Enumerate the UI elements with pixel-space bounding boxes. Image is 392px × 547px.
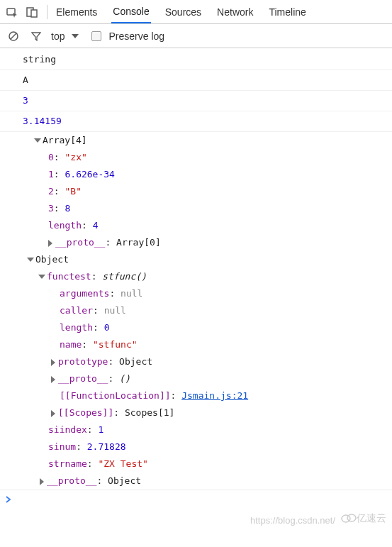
context-selector[interactable]: top [51, 31, 79, 42]
array-proto[interactable]: __proto__: Array[0] [0, 234, 392, 251]
object-prop[interactable]: siindex: 1 [0, 421, 392, 438]
array-item[interactable]: 2: "B" [0, 183, 392, 200]
log-line[interactable]: string [0, 50, 392, 70]
chevron-right-icon [6, 496, 11, 503]
array-item[interactable]: 0: "zx" [0, 149, 392, 166]
inspect-icon[interactable] [4, 4, 20, 20]
preserve-log-label: Preserve log [108, 31, 164, 42]
object-prop[interactable]: __proto__: () [0, 370, 392, 387]
array-length[interactable]: length: 4 [0, 217, 392, 234]
object-prop[interactable]: sinum: 2.71828 [0, 438, 392, 455]
expand-icon[interactable] [51, 376, 55, 383]
tab-console[interactable]: Console [111, 0, 150, 23]
expand-icon[interactable] [40, 478, 44, 485]
object-header[interactable]: Object [0, 251, 392, 268]
array-item[interactable]: 3: 8 [0, 200, 392, 217]
log-line[interactable]: 3 [0, 91, 392, 111]
expand-icon[interactable] [51, 359, 55, 366]
tab-elements[interactable]: Elements [55, 0, 99, 23]
object-prop[interactable]: functest: stfunc() [0, 268, 392, 285]
log-line[interactable]: 3.14159 [0, 111, 392, 132]
tab-sources[interactable]: Sources [164, 0, 203, 23]
device-icon[interactable] [24, 4, 40, 20]
expand-icon[interactable] [27, 258, 34, 262]
watermark: https://blog.csdn.net/ 亿速云 [0, 509, 392, 532]
array-item[interactable]: 1: 6.626e-34 [0, 166, 392, 183]
log-line[interactable]: A [0, 70, 392, 91]
tab-network[interactable]: Network [215, 0, 254, 23]
expand-icon[interactable] [51, 410, 55, 417]
object-prop[interactable]: prototype: Object [0, 353, 392, 370]
expand-icon[interactable] [48, 240, 52, 247]
tab-timeline[interactable]: Timeline [267, 0, 307, 23]
preserve-log-checkbox[interactable] [91, 31, 101, 41]
expand-icon[interactable] [34, 138, 41, 143]
clear-console-icon[interactable] [6, 28, 21, 44]
filter-icon[interactable] [28, 28, 44, 44]
svg-point-6 [347, 514, 356, 521]
console-output: string A 3 3.14159 Array[4] 0: "zx" 1: 6… [0, 48, 392, 490]
separator [47, 5, 47, 19]
console-prompt[interactable] [0, 490, 392, 509]
console-toolbar: top Preserve log [0, 24, 392, 48]
expand-icon[interactable] [38, 275, 45, 279]
object-prop[interactable]: [[Scopes]]: Scopes[1] [0, 404, 392, 421]
panel-tabs: Elements Console Sources Network Timelin… [55, 0, 308, 23]
object-prop[interactable]: arguments: null [0, 285, 392, 302]
main-toolbar: Elements Console Sources Network Timelin… [0, 0, 392, 24]
object-prop[interactable]: length: 0 [0, 319, 392, 336]
watermark-url: https://blog.csdn.net/ [250, 515, 335, 526]
chevron-down-icon [72, 34, 79, 38]
object-prop[interactable]: [[FunctionLocation]]: Jsmain.js:21 [0, 387, 392, 404]
source-link[interactable]: Jsmain.js:21 [181, 390, 248, 401]
watermark-logo: 亿速云 [341, 512, 386, 525]
context-label: top [51, 31, 65, 42]
array-header[interactable]: Array[4] [0, 132, 392, 149]
svg-line-4 [11, 33, 16, 39]
object-prop[interactable]: __proto__: Object [0, 473, 392, 490]
object-prop[interactable]: name: "stfunc" [0, 336, 392, 353]
svg-rect-2 [31, 10, 37, 17]
object-prop[interactable]: strname: "ZX Test" [0, 455, 392, 473]
object-prop[interactable]: caller: null [0, 302, 392, 319]
